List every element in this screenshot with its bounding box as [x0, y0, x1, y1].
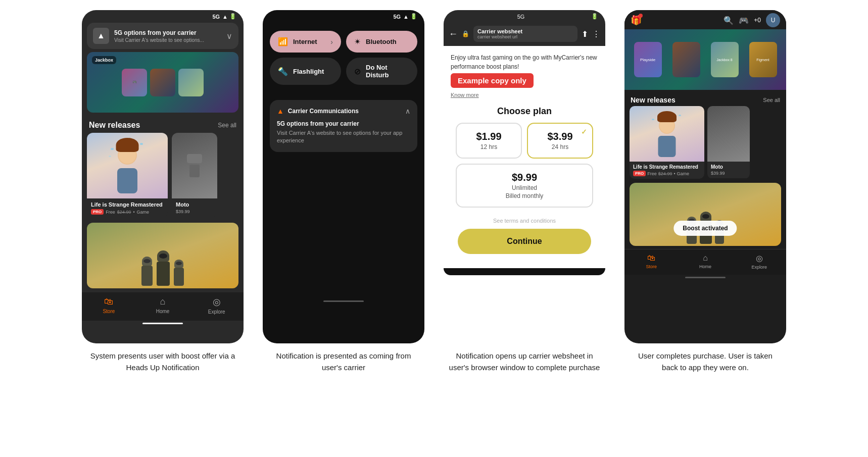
black-space — [263, 157, 424, 298]
plans-grid: $1.99 12 hrs ✓ $3.99 24 hrs $9.99 — [451, 123, 598, 208]
qs-flashlight-tile[interactable]: 🔦 Flashlight — [270, 58, 341, 85]
notif-text-block: 5G options from your carrier Visit Carri… — [114, 29, 226, 43]
nav-store-1[interactable]: 🛍 Store — [82, 296, 136, 315]
s4-banner: Playside Jackbox 8 Figment — [624, 29, 786, 90]
see-all-link-1[interactable]: See all — [218, 122, 236, 129]
screenshots-row: 5G ▲ 🔋 ▲ 5G options from your carrier Vi… — [77, 10, 791, 373]
hero-banner-1: Jackbox 🎮 — [87, 52, 238, 113]
moto-card-name: Moto — [176, 201, 213, 208]
plan-option-1-99[interactable]: $1.99 12 hrs — [456, 123, 522, 159]
s4-lis-image — [630, 106, 704, 162]
s4-butterfly-2 — [679, 115, 681, 116]
status-bar-3: 5G 🔋 — [444, 10, 605, 22]
phone-screen2: 5G ▲ 🔋 📶 Internet › ✴ Bluetooth — [263, 10, 424, 343]
qs-bluetooth-label: Bluetooth — [366, 38, 397, 45]
new-releases-title: New releases — [89, 121, 140, 130]
carrier-notif-title-text: Carrier Communications — [288, 108, 359, 115]
example-copy-badge: Example copy only — [451, 73, 534, 88]
plan-duration-2: 24 hrs — [535, 143, 585, 150]
signal-5g-1: 5G — [212, 14, 220, 20]
battery-icon-1: 🔋 — [229, 13, 236, 20]
browser-bar: ← 🔒 Carrier websheet carrier websheet ur… — [444, 22, 605, 46]
continue-button[interactable]: Continue — [458, 229, 591, 254]
s4-big-game-card[interactable]: Boost activated — [630, 183, 781, 246]
controller-icon-4[interactable]: 🎮 — [739, 16, 749, 25]
s4-bottom-nav: 🛍 Store ⌂ Home ◎ Explore — [624, 249, 786, 275]
screen2-col: 5G ▲ 🔋 📶 Internet › ✴ Bluetooth — [258, 10, 429, 373]
battery-icon-3: 🔋 — [591, 13, 598, 20]
s4-game-tag: Game — [677, 171, 690, 176]
home-indicator-2 — [323, 300, 364, 302]
heads-up-notification[interactable]: ▲ 5G options from your carrier Visit Car… — [87, 23, 238, 49]
s4-body — [658, 136, 676, 157]
s4-lis-name: Life is Strange Remastered — [633, 164, 701, 170]
notif-chevron-icon[interactable]: ∨ — [226, 31, 232, 41]
qs-bluetooth-tile[interactable]: ✴ Bluetooth — [346, 31, 417, 53]
more-options-icon[interactable]: ⋮ — [592, 29, 600, 39]
butterfly-3 — [109, 156, 111, 157]
big-game-card-1[interactable] — [87, 223, 238, 288]
moto-game-card[interactable]: Moto $39.99 — [172, 133, 217, 218]
bluetooth-icon: ✴ — [354, 37, 361, 46]
search-icon-4[interactable]: 🔍 — [724, 16, 734, 25]
signal-bars-2: ▲ — [403, 14, 409, 20]
body — [117, 168, 137, 193]
promo-text-1: Enjoy ultra fast gaming on the go with M… — [451, 53, 598, 71]
avatar-4[interactable]: U — [766, 13, 780, 27]
signal-bars-1: ▲ — [222, 14, 228, 20]
s4-moto-name: Moto — [711, 164, 746, 170]
nav-store-label-1: Store — [103, 309, 115, 314]
screen4-col: 🎁 🔍 🎮 +0 U Playside Jackbox 8 — [619, 10, 791, 373]
qs-dnd-tile[interactable]: ⊘ Do Not Disturb — [346, 58, 417, 85]
boost-activated-badge: Boost activated — [673, 221, 737, 236]
banner-game-2 — [150, 69, 175, 96]
s4-gift-badge[interactable]: 🎁 — [631, 15, 642, 26]
plan-check-icon: ✓ — [581, 128, 587, 136]
moto-body — [187, 154, 202, 163]
know-more-link[interactable]: Know more — [451, 92, 598, 98]
lis-card-meta: PRO Free $24.99 • Game — [91, 209, 164, 215]
screen1-col: 5G ▲ 🔋 ▲ 5G options from your carrier Vi… — [77, 10, 249, 373]
browser-url-box[interactable]: Carrier websheet carrier websheet url — [473, 26, 577, 42]
soldiers-group — [87, 223, 238, 288]
plan-option-3-99[interactable]: ✓ $3.99 24 hrs — [527, 123, 593, 159]
status-bar-2: 5G ▲ 🔋 — [263, 10, 424, 21]
notif-title: 5G options from your carrier — [114, 29, 226, 36]
nav-explore-1[interactable]: ◎ Explore — [189, 296, 244, 315]
s4-new-releases-title: New releases — [631, 96, 676, 104]
s4-moto-card[interactable]: Moto $39.99 — [707, 106, 750, 179]
phone-screen1: 5G ▲ 🔋 ▲ 5G options from your carrier Vi… — [82, 10, 244, 343]
moto-card-info: Moto $39.99 — [172, 198, 217, 217]
s4-nav-home[interactable]: ⌂ Home — [679, 253, 733, 270]
qs-internet-arrow[interactable]: › — [330, 38, 333, 46]
s4-nav-store[interactable]: 🛍 Store — [624, 253, 679, 270]
plan-option-9-99[interactable]: $9.99 Unlimited Billed monthly — [456, 164, 593, 208]
browser-back-button[interactable]: ← — [449, 29, 458, 39]
websheet-content: Enjoy ultra fast gaming on the go with M… — [444, 46, 605, 261]
carrier-chevron-up-icon[interactable]: ∧ — [405, 107, 410, 115]
explore-icon-1: ◎ — [213, 296, 221, 308]
qs-internet-label: Internet — [293, 38, 317, 45]
jackbox-logo: Jackbox — [92, 56, 116, 64]
share-icon[interactable]: ⬆ — [582, 29, 588, 39]
s4-lis-card[interactable]: Life is Strange Remastered PRO Free $24.… — [630, 106, 704, 179]
status-bar-1: 5G ▲ 🔋 — [82, 10, 244, 21]
signal-icons-2: ▲ 🔋 — [403, 13, 417, 20]
soldier-3 — [174, 260, 184, 286]
carrier-notification-card: ▲ Carrier Communications ∧ 5G options fr… — [270, 100, 417, 152]
nav-home-1[interactable]: ⌂ Home — [136, 296, 190, 315]
lis-card-image — [87, 133, 168, 198]
lis-card-info: Life is Strange Remastered PRO Free $24.… — [87, 198, 168, 218]
lis-game-card[interactable]: Life is Strange Remastered PRO Free $24.… — [87, 133, 168, 218]
qs-internet-tile[interactable]: 📶 Internet › — [270, 31, 341, 53]
s4-banner-game-4: Figment — [749, 42, 777, 77]
moto-card-meta: $39.99 — [176, 209, 213, 214]
caption-1: System presents user with boost offer vi… — [87, 350, 238, 373]
signal-icons-1: ▲ 🔋 — [222, 13, 236, 20]
bottom-nav-1: 🛍 Store ⌂ Home ◎ Explore — [82, 292, 244, 321]
s4-price-strike: $24.99 — [658, 171, 672, 176]
s4-nav-explore[interactable]: ◎ Explore — [732, 253, 786, 270]
butterfly-1 — [111, 148, 114, 150]
s4-see-all-link[interactable]: See all — [763, 97, 780, 103]
games-row-1: Life is Strange Remastered PRO Free $24.… — [82, 133, 244, 218]
